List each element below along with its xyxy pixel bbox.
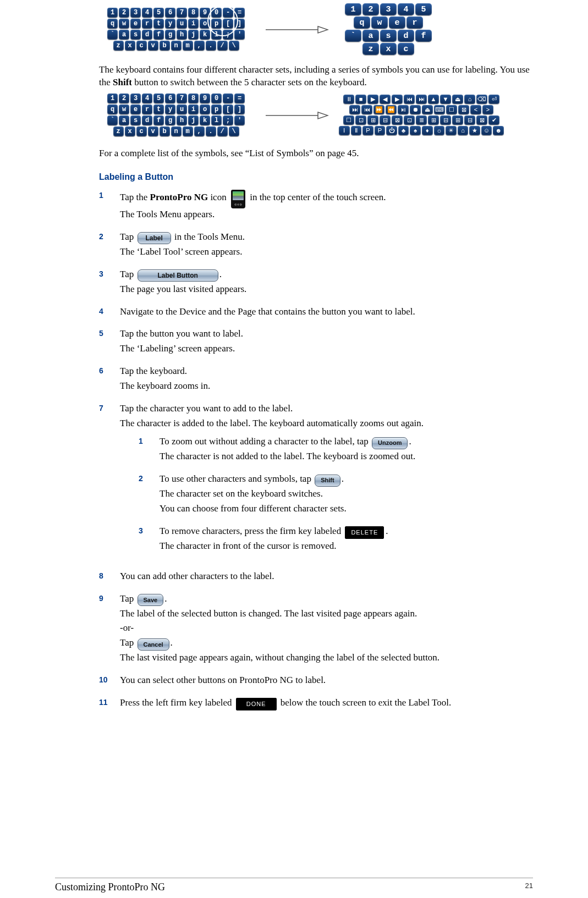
step-9-text: Tap Save. — [120, 593, 533, 605]
keyboard-key: a — [362, 30, 379, 42]
keyboard-key: d — [398, 30, 414, 42]
keyboard-symbol-key: ⏭ — [349, 105, 360, 114]
substep-number: 2 — [139, 473, 152, 483]
keyboard-key: / — [217, 126, 228, 136]
save-button: Save — [138, 594, 164, 606]
keyboard-key: n — [171, 41, 182, 51]
keyboard-key: 4 — [142, 93, 152, 103]
text: button to switch between the 5 character… — [132, 77, 367, 87]
step-3-after: The page you last visited appears. — [120, 283, 533, 296]
keyboard-key: z — [113, 41, 124, 51]
step-5-text: Tap the button you want to label. — [120, 328, 533, 340]
keyboard-symbol-key: ☺ — [481, 126, 492, 135]
arrow-right-icon — [263, 107, 329, 124]
keyboard-key: ` — [107, 115, 118, 125]
keyboard-key: j — [188, 115, 199, 125]
keyboard-symbol-key: ▲ — [428, 95, 439, 104]
step-1-after: The Tools Menu appears. — [120, 208, 533, 221]
step-1-text: Tap the ProntoPro NG icon in the top cen… — [120, 190, 533, 206]
keyboard-key: 3 — [130, 93, 141, 103]
step-3-text: Tap Label Button. — [120, 268, 533, 281]
keyboard-symbol-key: ⊟ — [464, 115, 475, 125]
keyboard-key: x — [125, 126, 135, 136]
keyboard-key: e — [389, 16, 405, 29]
keyboard-key: q — [107, 19, 118, 29]
step-number: 5 — [99, 328, 112, 338]
keyboard-key: / — [217, 41, 228, 51]
step-number: 2 — [99, 231, 112, 241]
substep-3-text: To remove characters, press the firm key… — [160, 525, 533, 538]
step-number: 3 — [99, 268, 112, 278]
keyboard-key: i — [188, 19, 199, 29]
keyboard-key: ' — [234, 30, 245, 40]
keyboard-symbol-key: ⊟ — [380, 115, 391, 125]
keyboard-key: 5 — [415, 3, 432, 15]
keyboard-key: r — [142, 104, 152, 114]
keyboard-key: u — [177, 104, 187, 114]
keyboard-symbol-key: ⏺ — [410, 105, 421, 114]
step-number: 6 — [99, 365, 112, 375]
keyboard-key: 3 — [130, 8, 141, 18]
keyboard-key: 1 — [345, 3, 361, 15]
keyboard-key: p — [211, 104, 222, 114]
shift-bold: Shift — [113, 77, 132, 87]
keyboard-key: p — [211, 19, 222, 29]
keyboard-full: 1234567890-=qwertyuiop[]`asdfghjkl;'zxcv… — [99, 8, 253, 52]
keyboard-symbol-key: ⌫ — [476, 95, 487, 104]
keyboard-symbol-key: ⏻ — [386, 126, 397, 135]
keyboard-symbol-key: ⏸ — [343, 95, 354, 104]
keyboard-symbol-key: ⏮ — [404, 95, 415, 104]
keyboard-symbol-key: ⌨ — [434, 105, 445, 114]
keyboard-key: b — [160, 126, 170, 136]
keyboard-key: q — [107, 104, 118, 114]
keyboard-symbol-key: P — [375, 126, 386, 135]
keyboard-key: . — [206, 126, 216, 136]
keyboard-symbol-key: ☐ — [343, 115, 354, 125]
keyboard-key: 2 — [119, 8, 129, 18]
keyboard-key: f — [153, 115, 164, 125]
keyboard-symbol-key: < — [470, 105, 481, 114]
keyboard-key: s — [130, 30, 141, 40]
footer-title: Customizing ProntoPro NG — [55, 882, 165, 893]
step-10-text: You can select other buttons on ProntoPr… — [120, 674, 533, 687]
keyboard-key: s — [380, 30, 397, 42]
keyboard-key: l — [211, 115, 222, 125]
keyboard-key: w — [119, 104, 129, 114]
step-5-after: The ‘Labeling’ screen appears. — [120, 343, 533, 355]
keyboard-key: e — [130, 19, 141, 29]
page-footer: Customizing ProntoPro NG 21 — [55, 878, 533, 898]
keyboard-key: [ — [223, 19, 233, 29]
keyboard-key: ' — [234, 115, 245, 125]
keyboard-key: 6 — [165, 93, 175, 103]
keyboard-symbol-key: ☼ — [434, 126, 445, 135]
keyboard-key: 7 — [177, 93, 187, 103]
keyboard-key: j — [188, 30, 199, 40]
keyboard-key: , — [194, 126, 205, 136]
keyboard-symbol-key: ⏏ — [452, 95, 463, 104]
step-11-text: Press the left firm key labeled DONE bel… — [120, 697, 533, 709]
keyboard-key: c — [136, 41, 147, 51]
delete-key: DELETE — [345, 526, 384, 539]
keyboard-key: 1 — [107, 93, 118, 103]
keyboard-symbol-key: ⏭ — [416, 95, 427, 104]
keyboard-key: h — [177, 30, 187, 40]
keyboard-key: l — [211, 30, 222, 40]
keyboard-symbols: ⏸■▶◀▶⏮⏭▲▼⏏⌂⌫⏎⏭⏮⏩⏪⏯⏺⏏⌨☐⊠<>☐⊡⊞⊟⊠⊡≣⊞⊟⊞⊟⊠✔ⅠⅡ… — [339, 95, 504, 136]
keyboard-key: g — [165, 115, 175, 125]
done-key: DONE — [236, 698, 277, 710]
keyboard-symbol-key: ≣ — [416, 115, 427, 125]
step-2-after: The ‘Label Tool’ screen appears. — [120, 246, 533, 258]
keyboard-key: 8 — [188, 8, 199, 18]
page-number: 21 — [525, 882, 533, 893]
keyboard-symbol-key: ⏩ — [373, 105, 384, 114]
keyboard-key: k — [200, 30, 210, 40]
keyboard-symbol-key: ⊠ — [392, 115, 403, 125]
keyboard-key: z — [362, 43, 379, 55]
keyboard-key: a — [119, 115, 129, 125]
step-number: 1 — [99, 190, 112, 200]
keyboard-key: 5 — [153, 93, 164, 103]
keyboard-symbol-key: ⌂ — [464, 95, 475, 104]
keyboard-key: y — [165, 19, 175, 29]
keyboard-key: k — [200, 115, 210, 125]
keyboard-key: z — [113, 126, 124, 136]
